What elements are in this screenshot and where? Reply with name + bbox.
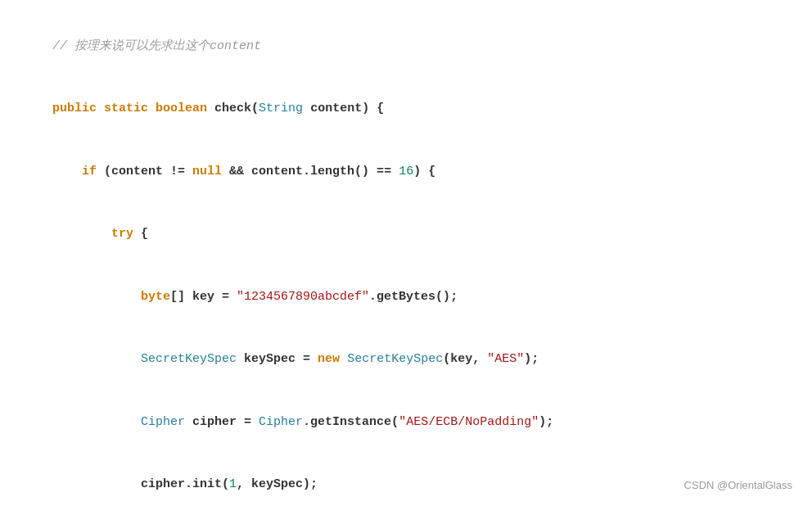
str-key: "1234567890abcdef": [237, 290, 369, 304]
cipher-assign: cipher =: [185, 415, 259, 429]
code-line-cipher-instance: Cipher cipher = Cipher.getInstance("AES/…: [23, 391, 789, 454]
indent: [52, 165, 82, 178]
type-secretkeyspec2: SecretKeySpec: [347, 352, 443, 366]
space: [148, 102, 156, 115]
code-line-method-signature: public static boolean check(String conte…: [23, 78, 789, 141]
if-cond: (content !=: [97, 165, 192, 178]
type-string: String: [259, 102, 303, 115]
str-aes: "AES": [487, 352, 524, 366]
secretkeyspec-call: [340, 352, 347, 366]
code-line-if: if (content != null && content.length() …: [23, 140, 789, 203]
method-name: check(: [207, 102, 259, 115]
kw-null: null: [192, 165, 222, 178]
keyspec-params: (key,: [443, 352, 487, 366]
kw-new1: new: [318, 352, 340, 366]
if-open: ) {: [413, 165, 435, 178]
cipher-getinstance: .getInstance(: [303, 415, 399, 429]
kw-try: try: [111, 227, 133, 241]
cipher-close: );: [539, 415, 553, 429]
code-line-cipher-init: cipher.init(1, keySpec);: [23, 454, 789, 507]
type-cipher: Cipher: [141, 415, 185, 429]
kw-static: static: [104, 102, 148, 115]
param-content: content) {: [303, 102, 384, 115]
and-op: && content.length() ==: [222, 165, 399, 178]
code-line-try: try {: [23, 203, 789, 266]
indent3d: [52, 477, 141, 491]
comment-text: // 按理来说可以先求出这个content: [52, 39, 261, 53]
kw-byte: byte: [141, 290, 170, 304]
type-cipher2: Cipher: [259, 415, 303, 429]
watermark: CSDN @OrientalGlass: [684, 477, 792, 495]
indent3: [52, 290, 141, 304]
kw-public: public: [52, 102, 97, 115]
bracket-key: [] key =: [170, 290, 237, 304]
indent3b: [52, 352, 141, 366]
try-open: {: [133, 227, 148, 241]
cipher-init-call: cipher.init(: [141, 477, 229, 491]
kw-if: if: [82, 165, 97, 178]
code-line-comment: // 按理来说可以先求出这个content: [23, 15, 789, 78]
type-secretkeyspec: SecretKeySpec: [141, 352, 237, 366]
keyspec-assign: keySpec =: [237, 352, 318, 366]
num-1: 1: [229, 477, 237, 491]
str-aes-ecb: "AES/ECB/NoPadding": [399, 415, 539, 429]
code-line-secretkeyspec: SecretKeySpec keySpec = new SecretKeySpe…: [23, 328, 789, 391]
keyspec-close: );: [524, 352, 539, 366]
indent3c: [52, 415, 141, 429]
kw-boolean: boolean: [156, 102, 207, 115]
getbytes: .getBytes();: [369, 290, 458, 304]
code-block: // 按理来说可以先求出这个content public static bool…: [0, 0, 812, 506]
space: [97, 102, 104, 115]
cipher-init-param: , keySpec);: [237, 477, 318, 491]
code-line-byte-key: byte[] key = "1234567890abcdef".getBytes…: [23, 265, 789, 328]
indent2: [52, 227, 111, 241]
num-16: 16: [399, 165, 413, 178]
